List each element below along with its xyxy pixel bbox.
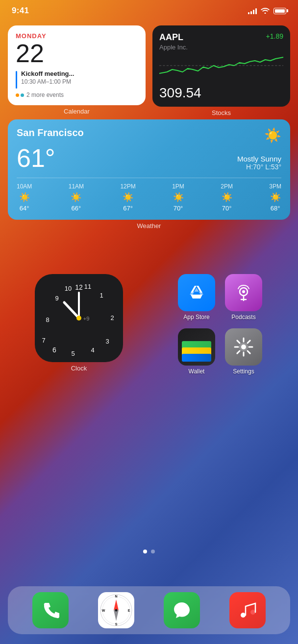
status-bar: 9:41 [0,0,298,22]
svg-text:7: 7 [42,337,45,344]
calendar-day: MONDAY [16,32,138,40]
status-icons [248,7,286,15]
svg-line-15 [64,302,79,318]
svg-text:W: W [102,609,105,612]
wallet-icon[interactable] [178,328,215,366]
svg-text:3: 3 [105,338,109,345]
stocks-ticker: AAPL [159,32,183,43]
stocks-widget[interactable]: AAPL +1.89 Apple Inc. 309.54 [152,25,290,107]
calendar-label: Calendar [8,108,146,115]
weather-hour-4: 2PM ☀️ 70° [221,183,233,212]
svg-point-19 [242,290,245,293]
weather-hi-lo: H:70° L:53° [237,163,281,171]
weather-widget-wrap: San Francisco ☀️ 61° Mostly Sunny H:70° … [8,119,290,230]
svg-text:S: S [115,622,118,626]
stocks-chart [159,55,283,79]
calendar-more-text: 2 more events [26,92,64,98]
clock-widget[interactable]: 12 1 2 3 4 5 6 7 8 9 10 11 +9 [35,274,123,362]
svg-point-17 [76,316,81,321]
app-store-wrap: App Store [177,274,216,321]
app-store-icon[interactable] [178,274,215,311]
signal-icon [248,7,257,14]
svg-text:2: 2 [110,314,114,322]
weather-temp-row: 61° Mostly Sunny H:70° L:53° [17,145,281,171]
podcasts-label: Podcasts [231,314,255,321]
podcasts-wrap: Podcasts [224,274,263,321]
svg-text:8: 8 [46,316,49,323]
page-dot-inactive [151,550,155,553]
dock-messages [164,592,200,628]
weather-temp: 61° [17,145,55,171]
weather-top: San Francisco ☀️ [17,127,281,143]
widgets-area: MONDAY 22 Kickoff meeting... 10:30 AM–1:… [8,25,290,232]
svg-line-30 [237,351,240,353]
stocks-widget-wrap: AAPL +1.89 Apple Inc. 309.54 Stocks [152,25,290,116]
svg-text:+9: +9 [83,316,90,322]
app-row-bottom: Wallet [177,328,263,375]
app-row-top: App Store Podcasts [177,274,263,321]
podcasts-icon[interactable] [225,274,262,311]
svg-text:6: 6 [52,346,56,354]
settings-icon[interactable] [225,328,262,366]
app-grid: 12 1 2 3 4 5 6 7 8 9 10 11 +9 [0,274,298,379]
weather-widget[interactable]: San Francisco ☀️ 61° Mostly Sunny H:70° … [8,119,290,220]
page-indicator [0,550,298,553]
dock: N E S W [8,586,290,634]
weather-hour-0: 10AM ☀️ 64° [17,183,32,212]
stocks-price: 309.54 [159,85,283,101]
weather-city: San Francisco [17,127,84,138]
messages-icon[interactable] [164,592,200,628]
right-app-grid: App Store Podcasts [177,274,263,375]
calendar-widget-wrap: MONDAY 22 Kickoff meeting... 10:30 AM–1:… [8,25,146,116]
svg-line-27 [237,341,240,343]
svg-text:E: E [128,609,130,612]
weather-hourly: 10AM ☀️ 64° 11AM ☀️ 66° 12PM ☀️ 67° 1PM … [17,178,281,212]
page-dot-active [143,550,147,553]
widgets-row-top: MONDAY 22 Kickoff meeting... 10:30 AM–1:… [8,25,290,116]
weather-hour-3: 1PM ☀️ 70° [172,183,184,212]
wallet-wrap: Wallet [177,328,216,375]
svg-text:N: N [115,595,117,598]
app-store-label: App Store [183,314,209,321]
music-icon[interactable] [229,592,266,628]
stocks-header: AAPL +1.89 [159,32,283,43]
settings-wrap: Settings [224,328,263,375]
battery-icon [273,8,286,14]
clock-face-svg: 12 1 2 3 4 5 6 7 8 9 10 11 +9 [40,279,118,357]
weather-label: Weather [8,222,290,230]
phone-icon[interactable] [32,592,69,628]
svg-text:5: 5 [71,350,74,357]
wifi-icon [261,7,270,15]
weather-hour-5: 3PM ☀️ 68° [269,183,281,212]
settings-label: Settings [233,368,254,375]
stocks-company: Apple Inc. [159,44,283,51]
calendar-event-title: Kickoff meeting... [21,70,74,78]
calendar-date: 22 [16,41,138,66]
svg-line-28 [248,351,250,353]
clock-widget-wrap: 12 1 2 3 4 5 6 7 8 9 10 11 +9 [35,274,123,372]
calendar-more-events: 2 more events [16,92,138,98]
svg-point-22 [241,345,246,349]
calendar-event-bar [16,71,17,89]
dock-music [229,592,266,628]
stocks-label: Stocks [152,109,290,116]
status-time: 9:41 [12,6,29,16]
svg-text:11: 11 [84,283,91,290]
safari-icon[interactable]: N E S W [98,592,134,628]
weather-hour-2: 12PM ☀️ 67° [120,183,135,212]
svg-text:1: 1 [99,292,103,299]
calendar-event: Kickoff meeting... 10:30 AM–1:00 PM [16,70,138,89]
dock-phone [32,592,69,628]
dock-safari: N E S W [98,592,134,628]
weather-hour-1: 11AM ☀️ 66° [69,183,84,212]
svg-text:9: 9 [55,295,58,302]
calendar-event-time: 10:30 AM–1:00 PM [21,78,74,85]
clock-label: Clock [71,365,87,372]
calendar-widget[interactable]: MONDAY 22 Kickoff meeting... 10:30 AM–1:… [8,25,146,105]
stocks-change: +1.89 [266,32,283,40]
svg-text:4: 4 [91,346,94,354]
svg-text:10: 10 [65,285,72,292]
wallet-label: Wallet [189,368,205,375]
weather-condition: Mostly Sunny [237,155,281,163]
svg-text:12: 12 [75,283,83,291]
